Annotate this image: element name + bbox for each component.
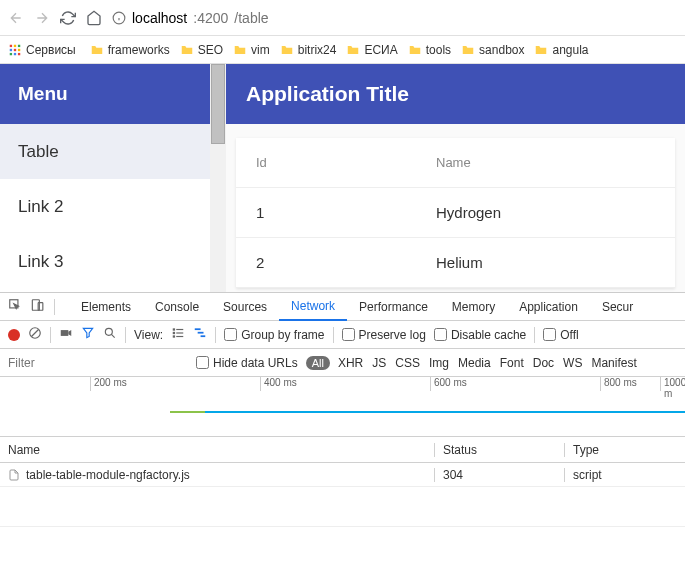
devtools-tab[interactable]: Elements [69, 293, 143, 321]
bookmark-item[interactable]: ЕСИА [346, 43, 397, 57]
search-icon[interactable] [103, 326, 117, 343]
filter-type[interactable]: Font [500, 356, 524, 370]
filter-type[interactable]: XHR [338, 356, 363, 370]
bookmarks-bar: Сервисы frameworksSEOvimbitrix24ЕСИАtool… [0, 36, 685, 64]
apps-icon [8, 43, 22, 57]
svg-rect-17 [61, 330, 69, 336]
timeline-tick: 200 ms [90, 377, 127, 391]
svg-rect-26 [195, 328, 201, 330]
timeline-tick: 400 ms [260, 377, 297, 391]
bookmark-item[interactable]: sandbox [461, 43, 524, 57]
back-icon[interactable] [8, 10, 24, 26]
preserve-log[interactable]: Preserve log [342, 328, 426, 342]
svg-rect-6 [10, 48, 12, 50]
sidebar-header: Menu [0, 64, 210, 124]
filter-input[interactable] [8, 356, 188, 370]
hide-data-urls[interactable]: Hide data URLs [196, 356, 298, 370]
th-name: Name [436, 155, 655, 170]
folder-icon [180, 43, 194, 57]
scrollbar[interactable] [210, 64, 226, 292]
devtools-tab[interactable]: Application [507, 293, 590, 321]
table-card: Id Name 1Hydrogen2Helium [236, 138, 675, 288]
folder-icon [233, 43, 247, 57]
devtools-network-toolbar: View: Group by frame Preserve log Disabl… [0, 321, 685, 349]
sidebar-item[interactable]: Link 2 [0, 179, 210, 234]
offline[interactable]: Offl [543, 328, 578, 342]
filter-type[interactable]: Img [429, 356, 449, 370]
sidebar-item[interactable]: Link 3 [0, 234, 210, 289]
svg-line-16 [32, 330, 39, 337]
bookmark-item[interactable]: vim [233, 43, 270, 57]
devtools-tab[interactable]: Memory [440, 293, 507, 321]
sidebar: Menu TableLink 2Link 3 [0, 64, 210, 292]
inspect-icon[interactable] [8, 298, 22, 315]
scrollbar-thumb[interactable] [211, 64, 225, 144]
large-rows-icon[interactable] [171, 326, 185, 343]
bookmark-label: SEO [198, 43, 223, 57]
filter-type[interactable]: Manifest [591, 356, 636, 370]
devtools: ElementsConsoleSourcesNetworkPerformance… [0, 292, 685, 527]
waterfall-icon[interactable] [193, 326, 207, 343]
forward-icon[interactable] [34, 10, 50, 26]
url-port: :4200 [193, 10, 228, 26]
devtools-tab[interactable]: Network [279, 293, 347, 321]
folder-icon [461, 43, 475, 57]
device-icon[interactable] [30, 298, 44, 315]
cell-id: 2 [256, 254, 436, 271]
record-button[interactable] [8, 329, 20, 341]
clear-icon[interactable] [28, 326, 42, 343]
th-name[interactable]: Name [0, 443, 435, 457]
timeline-segment [205, 411, 685, 413]
bookmark-item[interactable]: tools [408, 43, 451, 57]
folder-icon [346, 43, 360, 57]
apps-button[interactable]: Сервисы [8, 43, 76, 57]
table-row[interactable]: 1Hydrogen [236, 188, 675, 238]
table-row[interactable]: 2Helium [236, 238, 675, 288]
url-path: /table [234, 10, 268, 26]
svg-rect-7 [14, 48, 16, 50]
filter-type[interactable]: WS [563, 356, 582, 370]
address-bar[interactable]: localhost:4200/table [112, 10, 269, 26]
devtools-tab[interactable]: Console [143, 293, 211, 321]
cell-name: Helium [436, 254, 655, 271]
devtools-tab[interactable]: Secur [590, 293, 645, 321]
bookmark-item[interactable]: frameworks [90, 43, 170, 57]
home-icon[interactable] [86, 10, 102, 26]
cell-id: 1 [256, 204, 436, 221]
timeline-tick: 600 ms [430, 377, 467, 391]
bookmark-item[interactable]: SEO [180, 43, 223, 57]
svg-rect-28 [201, 335, 206, 337]
timeline[interactable]: 200 ms400 ms600 ms800 ms1000 m [0, 377, 685, 437]
svg-rect-3 [10, 44, 12, 46]
devtools-tab[interactable]: Performance [347, 293, 440, 321]
devtools-tabbar: ElementsConsoleSourcesNetworkPerformance… [0, 293, 685, 321]
svg-rect-23 [176, 332, 183, 333]
bookmark-item[interactable]: angula [534, 43, 588, 57]
svg-rect-10 [14, 52, 16, 54]
file-name: table-table-module-ngfactory.js [26, 468, 190, 482]
filter-type[interactable]: Doc [533, 356, 554, 370]
svg-rect-8 [18, 48, 20, 50]
filter-all[interactable]: All [306, 356, 330, 370]
svg-rect-11 [18, 52, 20, 54]
filter-icon[interactable] [81, 326, 95, 343]
group-by-frame[interactable]: Group by frame [224, 328, 324, 342]
filter-type[interactable]: JS [372, 356, 386, 370]
network-row[interactable]: table-table-module-ngfactory.js304script [0, 463, 685, 487]
devtools-tab[interactable]: Sources [211, 293, 279, 321]
svg-line-19 [111, 334, 115, 338]
bookmark-label: ЕСИА [364, 43, 397, 57]
filter-type[interactable]: CSS [395, 356, 420, 370]
sidebar-item[interactable]: Table [0, 124, 210, 179]
camera-icon[interactable] [59, 326, 73, 343]
info-icon [112, 11, 126, 25]
network-table-header: Name Status Type [0, 437, 685, 463]
filter-type[interactable]: Media [458, 356, 491, 370]
th-type[interactable]: Type [565, 443, 685, 457]
svg-rect-24 [173, 335, 175, 337]
th-status[interactable]: Status [435, 443, 565, 457]
timeline-segment [170, 411, 205, 413]
disable-cache[interactable]: Disable cache [434, 328, 526, 342]
reload-icon[interactable] [60, 10, 76, 26]
bookmark-item[interactable]: bitrix24 [280, 43, 337, 57]
